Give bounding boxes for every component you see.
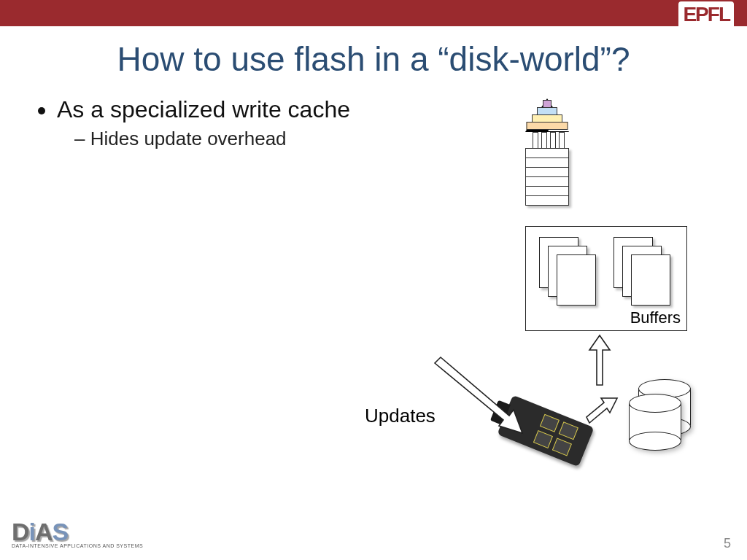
buffers-label: Buffers bbox=[630, 308, 681, 327]
header-bar bbox=[0, 0, 747, 26]
svg-marker-0 bbox=[589, 335, 610, 385]
bullet-1-sub-1: Hides update overhead bbox=[74, 128, 703, 150]
buffers-box: Buffers bbox=[525, 226, 687, 331]
arrow-up-icon bbox=[589, 335, 610, 385]
bullet-1-text: As a specialized write cache bbox=[57, 96, 350, 122]
disk-cylinder-icon bbox=[629, 394, 681, 451]
bullet-1: As a specialized write cache Hides updat… bbox=[57, 96, 703, 150]
svg-marker-1 bbox=[587, 398, 617, 423]
dias-subtitle: Data-Intensive Applications and Systems bbox=[12, 543, 143, 548]
page-number: 5 bbox=[724, 536, 731, 551]
arrow-diag-small-icon bbox=[587, 398, 617, 423]
dias-logo: DiAS Data-Intensive Applications and Sys… bbox=[12, 518, 143, 548]
slide-title: How to use flash in a “disk-world”? bbox=[0, 39, 747, 79]
slide-body: As a specialized write cache Hides updat… bbox=[0, 96, 747, 150]
pyramid-icon bbox=[525, 98, 569, 132]
epfl-logo: EPFL bbox=[678, 1, 734, 26]
updates-label: Updates bbox=[365, 405, 436, 427]
flash-card-icon bbox=[498, 395, 595, 467]
